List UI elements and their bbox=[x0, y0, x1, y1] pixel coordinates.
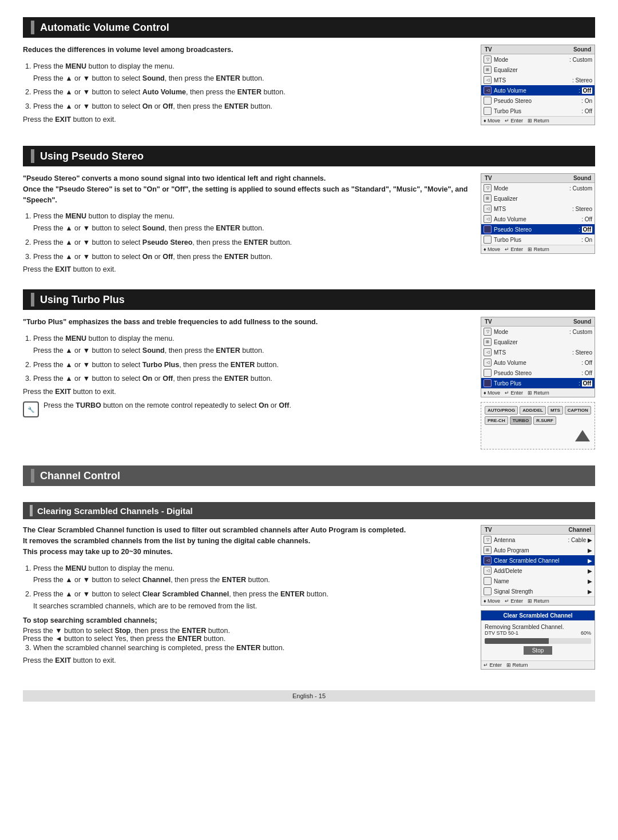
clearing-scrambled-text: The Clear Scrambled Channel function is … bbox=[23, 525, 472, 674]
ps-mode-row: ▽ Mode : Custom bbox=[481, 183, 595, 193]
arrow-icon bbox=[574, 427, 591, 444]
auto-volume-row-highlighted: ◁ Auto Volume : Off bbox=[481, 85, 595, 95]
automatic-volume-text: Reduces the differences in volume level … bbox=[23, 45, 472, 130]
ch-auto-icon: ⊞ bbox=[484, 546, 492, 554]
automatic-volume-steps: Press the MENU button to display the men… bbox=[23, 61, 472, 112]
pseudo-stereo-intro: "Pseudo Stereo" converts a mono sound si… bbox=[23, 173, 472, 205]
to-stop-step2: Press the ◄ button to select Yes, then p… bbox=[23, 635, 472, 643]
turbo-plus-tv-menu: TV Sound ▽ Mode : Custom ⊞ Equalizer ◁ M… bbox=[481, 317, 595, 449]
sound-label: Sound bbox=[573, 46, 591, 53]
tp-empty-icon2 bbox=[484, 379, 492, 387]
remote-row-2: PRE-CH TURBO R.SURF bbox=[485, 416, 591, 425]
pseudo-stereo-menu-box: TV Sound ▽ Mode : Custom ⊞ Equalizer ◁ M… bbox=[481, 173, 595, 254]
speaker2-icon: ◁ bbox=[484, 86, 492, 94]
stop-button[interactable]: Stop bbox=[524, 646, 552, 655]
header-bar bbox=[31, 21, 34, 34]
tp-mts-row: ◁ MTS : Stereo bbox=[481, 347, 595, 357]
clearing-scrambled-steps: Press the MENU button to display the men… bbox=[23, 563, 472, 612]
turbo-note-icon: 🔧 bbox=[23, 401, 39, 417]
caption-btn: CAPTION bbox=[565, 406, 591, 415]
speaker-icon: ◁ bbox=[484, 76, 492, 84]
ch-name-icon bbox=[484, 577, 492, 585]
remote-row-1: AUTO/PROG ADD/DEL MTS CAPTION bbox=[485, 406, 591, 415]
antenna-icon: ▽ bbox=[484, 55, 492, 63]
pseudo-stereo-steps: Press the MENU button to display the men… bbox=[23, 211, 472, 262]
auto-volume-menu-titlebar: TV Sound bbox=[481, 45, 595, 54]
add-del-btn: ADD/DEL bbox=[520, 406, 546, 415]
turbo-plus-intro: "Turbo Plus" emphasizes the bass and tre… bbox=[23, 317, 472, 328]
tp-sound-label: Sound bbox=[573, 319, 591, 325]
tp-speaker2-icon: ◁ bbox=[484, 359, 492, 367]
header-bar5 bbox=[30, 505, 33, 516]
ch-menu-footer: ♦ Move↵ Enter⊞ Return bbox=[481, 596, 595, 605]
tp-auto-volume-row: ◁ Auto Volume : Off bbox=[481, 357, 595, 368]
clearing-scrambled-tv-menu: TV Channel ▽ Antenna : Cable ▶ ⊞ Auto Pr… bbox=[481, 525, 595, 674]
equalizer-icon: ⊞ bbox=[484, 66, 492, 74]
progress-pct-label: 60% bbox=[581, 630, 591, 636]
ps-turbo-row: Turbo Plus : On bbox=[481, 234, 595, 245]
ps-step-1: Press the MENU button to display the men… bbox=[33, 211, 472, 234]
automatic-volume-header: Automatic Volume Control bbox=[23, 17, 595, 38]
remote-arrow-area bbox=[485, 427, 591, 445]
svg-marker-0 bbox=[575, 430, 590, 441]
pseudo-stereo-body: "Pseudo Stereo" converts a mono sound si… bbox=[23, 173, 595, 273]
tp-menu-titlebar: TV Sound bbox=[481, 317, 595, 327]
step-3: Press the ▲ or ▼ button to select On or … bbox=[33, 101, 472, 112]
mts-row: ◁ MTS : Stereo bbox=[481, 75, 595, 85]
ch-signal-row: Signal Strength ▶ bbox=[481, 586, 595, 596]
ps-antenna-icon: ▽ bbox=[484, 184, 492, 192]
tp-tv-label: TV bbox=[485, 319, 492, 325]
header-bar2 bbox=[31, 149, 34, 163]
clearing-scrambled-intro1: The Clear Scrambled Channel function is … bbox=[23, 525, 472, 557]
exit-note: Press the EXIT button to exit. bbox=[23, 116, 472, 124]
pre-ch-btn: PRE-CH bbox=[485, 416, 508, 425]
turbo-plus-row: Turbo Plus : Off bbox=[481, 106, 595, 116]
ps-empty-icon2 bbox=[484, 236, 492, 244]
cs-step-1: Press the MENU button to display the men… bbox=[33, 563, 472, 586]
ch-antenna-row: ▽ Antenna : Cable ▶ bbox=[481, 535, 595, 545]
removing-text: Removing Scrambled Channel. bbox=[485, 624, 591, 630]
clearing-scrambled-body: The Clear Scrambled Channel function is … bbox=[23, 525, 595, 674]
auto-prog-btn: AUTO/PROG bbox=[485, 406, 518, 415]
tp-empty-icon1 bbox=[484, 369, 492, 377]
ch-clear-scrambled-row: ◁ Clear Scrambled Channel ▶ bbox=[481, 555, 595, 566]
progress-bar-container bbox=[485, 638, 591, 644]
turbo-note-box: 🔧 Press the TURBO button on the remote c… bbox=[23, 401, 472, 417]
tp-exit-note: Press the EXIT button to exit. bbox=[23, 388, 472, 396]
turbo-plus-title: Using Turbo Plus bbox=[40, 294, 125, 306]
tv-label: TV bbox=[485, 46, 492, 53]
ps-sound-label: Sound bbox=[573, 175, 591, 181]
clear-scrambled-progress-body: Removing Scrambled Channel. DTV STD 50-1… bbox=[481, 620, 595, 660]
cs-step-3: When the scrambled channel searching is … bbox=[33, 643, 472, 654]
ps-speaker2-icon: ◁ bbox=[484, 215, 492, 223]
turbo-plus-section: Using Turbo Plus "Turbo Plus" emphasizes… bbox=[23, 289, 595, 449]
ch-channel-label: Channel bbox=[569, 527, 591, 533]
pseudo-stereo-header: Using Pseudo Stereo bbox=[23, 146, 595, 166]
ps-equalizer-icon: ⊞ bbox=[484, 194, 492, 202]
turbo-plus-body: "Turbo Plus" emphasizes the bass and tre… bbox=[23, 317, 595, 449]
cs-exit-note: Press the EXIT button to exit. bbox=[23, 656, 472, 664]
ps-pseudo-stereo-row-highlighted: Pseudo Stereo : Off bbox=[481, 224, 595, 234]
to-stop-note: To stop searching scrambled channels; bbox=[23, 616, 472, 624]
ps-tv-label: TV bbox=[485, 175, 492, 181]
tp-equalizer-row: ⊞ Equalizer bbox=[481, 337, 595, 347]
clearing-scrambled-header: Clearing Scrambled Channels - Digital bbox=[23, 502, 595, 519]
turbo-plus-header: Using Turbo Plus bbox=[23, 289, 595, 310]
ch-antenna-icon: ▽ bbox=[484, 536, 492, 544]
automatic-volume-title: Automatic Volume Control bbox=[40, 22, 169, 34]
tp-equalizer-icon: ⊞ bbox=[484, 338, 492, 346]
auto-volume-menu-box: TV Sound ▽ Mode : Custom ⊞ Equalizer ◁ M… bbox=[481, 45, 595, 125]
turbo-plus-text: "Turbo Plus" emphasizes the bass and tre… bbox=[23, 317, 472, 449]
progress-label: DTV STD 50-1 60% bbox=[485, 630, 591, 636]
tp-step-2: Press the ▲ or ▼ button to select Turbo … bbox=[33, 360, 472, 371]
channel-label: DTV STD 50-1 bbox=[485, 630, 518, 636]
automatic-volume-body: Reduces the differences in volume level … bbox=[23, 45, 595, 130]
ch-add-icon: ◁ bbox=[484, 567, 492, 575]
cs-step3-wrap: When the scrambled channel searching is … bbox=[23, 643, 472, 654]
tp-menu-footer: ♦ Move↵ Enter⊞ Return bbox=[481, 388, 595, 397]
ch-auto-program-row: ⊞ Auto Program ▶ bbox=[481, 545, 595, 555]
channel-control-header: Channel Control bbox=[23, 465, 595, 486]
automatic-volume-section: Automatic Volume Control Reduces the dif… bbox=[23, 17, 595, 130]
clear-scrambled-footer: ↵ Enter⊞ Return bbox=[481, 660, 595, 669]
header-bar4 bbox=[31, 469, 34, 483]
